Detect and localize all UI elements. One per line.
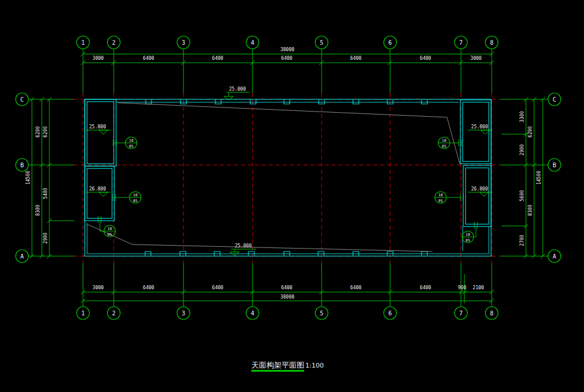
dimension-text: 6400 (350, 285, 361, 290)
detail-callout-number-top: 10 (133, 193, 138, 197)
elevation-triangle-icon (99, 130, 108, 134)
detail-callout-number-bottom: 05 (442, 144, 446, 149)
dimension-text: 3000 (92, 285, 103, 290)
dimension-text: 8300 (35, 204, 41, 215)
dimension-text: 5600 (520, 190, 525, 201)
dimension-text: 5400 (43, 188, 48, 199)
drawing-title: 天面构架平面图1:100 (251, 360, 324, 371)
building-outline (87, 102, 114, 164)
axis-bubble-label: 8 (490, 310, 493, 317)
elevation-text: 26.800 (89, 186, 106, 192)
axis-bubble-label: A (553, 253, 556, 260)
dimension-text: 2900 (43, 232, 48, 243)
dimension-text: 3300 (520, 111, 525, 122)
axis-bubble-label: A (20, 253, 24, 260)
elevation-text: 25.800 (89, 124, 106, 130)
drawing-title-text: 天面构架平面图 (251, 361, 304, 372)
axis-bubble-label: 4 (251, 39, 254, 46)
dimension-text: 6400 (212, 285, 223, 290)
callout-leader (474, 228, 476, 237)
detail-callout-number-bottom: 05 (466, 238, 470, 243)
dimension-text: 6400 (350, 56, 361, 61)
dimension-text: 6400 (281, 56, 292, 61)
dimension-text: 6400 (420, 285, 431, 290)
dimension-text: 3000 (470, 56, 481, 61)
dimension-text: 2100 (473, 285, 484, 290)
dimension-text: 2900 (520, 144, 525, 155)
axis-bubble-label: 7 (459, 39, 463, 46)
axis-bubble-label: 2 (112, 39, 116, 46)
axis-bubble-label: 6 (388, 310, 392, 317)
building-outline (85, 166, 114, 221)
building-outline (85, 99, 116, 166)
axis-bubble-label: 5 (320, 310, 323, 317)
dimension-text: 6400 (281, 285, 292, 290)
elevation-text: 25.000 (235, 243, 252, 249)
building-outline (87, 168, 112, 218)
roof-slope-line (118, 103, 460, 164)
dimension-text: 900 (458, 285, 467, 290)
drawing-scale: 1:100 (305, 362, 324, 369)
elevation-text: 26.800 (471, 186, 488, 192)
axis-bubble-label: B (20, 162, 24, 168)
axis-bubble-label: 6 (388, 39, 392, 46)
axis-bubble-label: 3 (182, 39, 185, 46)
dimension-text: 2700 (520, 235, 525, 246)
callout-leader (100, 222, 103, 231)
axis-bubble-label: 4 (251, 310, 254, 317)
detail-callout-number-bottom: 05 (133, 199, 138, 203)
axis-bubble-label: 2 (112, 310, 116, 317)
dimension-text: 38000 (280, 47, 294, 52)
detail-callout-number-bottom: 05 (107, 232, 112, 237)
detail-callout-number-bottom: 05 (129, 144, 134, 149)
cad-drawing-canvas[interactable]: 25.00025.80026.80025.80026.80025.0001005… (0, 0, 584, 392)
axis-bubble-label: 1 (81, 310, 85, 317)
axis-bubble-label: 3 (182, 310, 185, 317)
dimension-text: 8300 (528, 204, 533, 215)
axis-bubble-label: 1 (81, 39, 85, 46)
dimension-text: 6200 (43, 126, 48, 137)
detail-callout-number-top: 10 (466, 232, 470, 237)
axis-bubble-label: 7 (459, 310, 463, 317)
dimension-text: 14500 (26, 171, 31, 185)
dimension-text: 3000 (92, 56, 103, 61)
detail-callout-number-bottom: 05 (438, 199, 443, 203)
building-outline (463, 166, 491, 226)
building-outline (85, 99, 491, 256)
detail-callout-number-top: 10 (129, 138, 134, 143)
dimension-text: 38000 (280, 294, 294, 300)
dimension-text: 14500 (536, 171, 542, 185)
dimension-text: 6200 (528, 126, 533, 137)
dimension-text: 6200 (35, 126, 41, 137)
building-outline (466, 168, 489, 224)
dimension-text: 6400 (420, 56, 431, 61)
detail-callout-number-top: 10 (438, 193, 443, 197)
dimension-text: 6400 (143, 56, 154, 61)
elevation-triangle-icon (99, 192, 108, 196)
building-outline (463, 102, 489, 161)
axis-bubble-label: 5 (320, 39, 323, 46)
roof-slope-line (87, 224, 432, 251)
detail-callout-number-top: 10 (107, 226, 112, 231)
elevation-text: 25.000 (229, 87, 246, 92)
axis-bubble-label: C (553, 96, 556, 103)
detail-callout-number-top: 10 (442, 138, 446, 143)
dimension-text: 6400 (143, 285, 154, 290)
dimension-text: 6400 (212, 56, 223, 61)
axis-bubble-label: 8 (490, 39, 493, 46)
elevation-text: 25.800 (471, 124, 488, 130)
cad-viewport[interactable]: 25.00025.80026.80025.80026.80025.0001005… (0, 0, 584, 392)
axis-bubble-label: B (553, 162, 556, 168)
elevation-triangle-icon (480, 192, 489, 196)
building-outline (460, 100, 491, 164)
axis-bubble-label: C (20, 96, 24, 103)
